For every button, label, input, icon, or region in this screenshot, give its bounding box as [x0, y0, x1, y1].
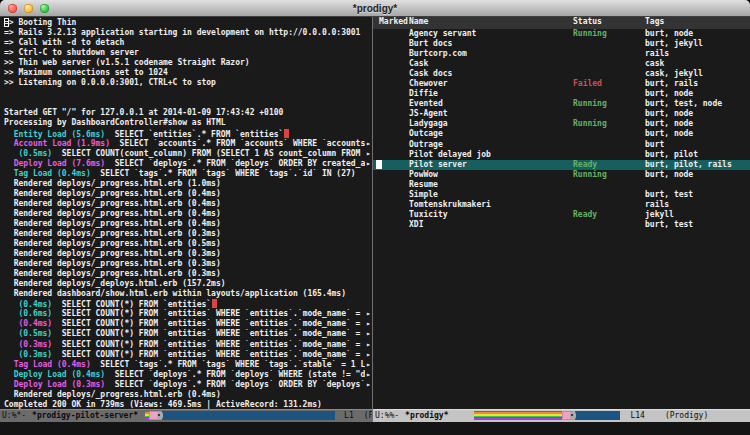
service-status: Ready	[573, 210, 645, 220]
modeline-prodigy: U:%%- *prodigy* L14 (Prodigy)	[373, 409, 750, 422]
service-name: Tuxicity	[409, 210, 573, 220]
marked-cell	[379, 109, 409, 119]
nyan-cat-icon	[562, 411, 575, 420]
service-row[interactable]: Pilot serverReadyburt, pilot, rails	[373, 160, 750, 170]
log-line	[4, 88, 372, 98]
service-status	[573, 200, 645, 210]
service-row[interactable]: JS-Agentburt, node	[373, 109, 750, 119]
service-tags: rails	[645, 49, 750, 59]
nyan-cat-icon	[149, 411, 162, 420]
service-row[interactable]: EventedRunningburt, test, node	[373, 99, 750, 109]
service-row[interactable]: Cask docscask, jekyll	[373, 69, 750, 79]
log-line	[4, 98, 372, 108]
truncation-arrow-icon: ▸	[365, 309, 372, 319]
nyan-rainbow-trail	[474, 411, 562, 420]
nyan-remaining-bar	[575, 411, 620, 420]
service-row[interactable]: Resume	[373, 180, 750, 190]
modeline-server-log: U:%*- *prodigy-pilot-server* L1 (Fundame…	[0, 409, 372, 422]
prodigy-window[interactable]: Marked Name Status Tags Agency servantRu…	[373, 17, 750, 422]
truncation-arrow-icon: ▸	[365, 139, 372, 149]
minibuffer[interactable]	[0, 422, 750, 435]
service-row[interactable]: Burtcorp.comrails	[373, 49, 750, 59]
service-tags: burt, node	[645, 170, 750, 180]
log-line: Rendered deploys/_progress.html.erb (1.0…	[4, 179, 372, 189]
service-row[interactable]: LadygagaRunningburt, node	[373, 119, 750, 129]
active-cursor	[376, 160, 382, 169]
log-line: => Rails 3.2.13 application starting in …	[4, 28, 372, 38]
log-line: (0.6ms) SELECT COUNT(*) FROM `entities` …	[4, 309, 372, 319]
service-status	[573, 89, 645, 99]
marked-cell	[379, 200, 409, 210]
emacs-window: *prodigy* => Booting Thin=> Rails 3.2.13…	[0, 0, 750, 435]
server-log-window[interactable]: => Booting Thin=> Rails 3.2.13 applicati…	[0, 17, 372, 422]
log-line: Rendered dashboard/show.html.erb within …	[4, 289, 372, 299]
service-tags: burt, node	[645, 129, 750, 139]
service-name: Cask docs	[409, 69, 573, 79]
service-status: Running	[573, 29, 645, 39]
service-name: Burtcorp.com	[409, 49, 573, 59]
service-status	[573, 140, 645, 150]
service-status	[573, 180, 645, 190]
log-line: Deploy Load (0.4ms) SELECT `deploys`.* F…	[4, 370, 372, 380]
log-line: Rendered deploys/_progress.html.erb (0.4…	[4, 209, 372, 219]
window-titlebar[interactable]: *prodigy*	[0, 0, 750, 17]
log-line: Rendered deploys/_progress.html.erb (0.3…	[4, 249, 372, 259]
service-tags: burt, rails	[645, 79, 750, 89]
modeline-buffer-name: *prodigy-pilot-server*	[32, 411, 138, 420]
truncation-arrow-icon: ▸	[365, 329, 372, 339]
log-line: => Booting Thin	[4, 18, 372, 28]
service-name: Agency servant	[409, 29, 573, 39]
column-header-marked: Marked	[379, 17, 409, 29]
service-status	[573, 49, 645, 59]
service-name: PowWow	[409, 170, 573, 180]
log-line: Rendered deploys/_progress.html.erb (0.3…	[4, 259, 372, 269]
log-line: Rendered deploys/_progress.html.erb (0.4…	[4, 199, 372, 209]
log-line: Deploy Load (0.3ms) SELECT `deploys`.* F…	[4, 380, 372, 390]
service-name: Ladygaga	[409, 119, 573, 129]
service-row[interactable]: Caskcask	[373, 59, 750, 69]
service-row[interactable]: Simpleburt, test	[373, 190, 750, 200]
service-list: Agency servantRunningburt, nodeBurt docs…	[373, 29, 750, 409]
service-tags: burt, jekyll	[645, 39, 750, 49]
log-line: Entity Load (5.6ms) SELECT `entities`.* …	[4, 129, 372, 139]
service-status	[573, 129, 645, 139]
service-row[interactable]: TuxicityReadyjekyll	[373, 210, 750, 220]
service-row[interactable]: PowWowRunningburt, node	[373, 170, 750, 180]
service-row[interactable]: Burt docsburt, jekyll	[373, 39, 750, 49]
service-row[interactable]: Outrageburt	[373, 140, 750, 150]
service-row[interactable]: Diffieburt, node	[373, 89, 750, 99]
service-status	[573, 150, 645, 160]
service-row[interactable]: Outcageburt, node	[373, 129, 750, 139]
service-name: Pilot server	[409, 160, 573, 170]
service-name: Chewover	[409, 79, 573, 89]
log-line: (0.4ms) SELECT COUNT(*) FROM `entities` …	[4, 319, 372, 329]
marked-cell	[379, 69, 409, 79]
minimize-button[interactable]	[24, 4, 33, 13]
marked-cell	[379, 29, 409, 39]
log-line: (0.3ms) SELECT COUNT(*) FROM `entities` …	[4, 340, 372, 350]
modeline-major-mode: (Fundamen	[364, 411, 372, 420]
close-button[interactable]	[8, 4, 17, 13]
service-tags: burt, pilot	[645, 150, 750, 160]
truncation-arrow-icon: ▸	[365, 319, 372, 329]
service-row[interactable]: XDIburt, test	[373, 220, 750, 230]
service-status: Failed	[573, 79, 645, 89]
log-line: Rendered deploys/_progress.html.erb (0.4…	[4, 219, 372, 229]
ansi-red-block	[212, 299, 217, 308]
log-line: Tag Load (0.4ms) SELECT `tags`.* FROM `t…	[4, 169, 372, 179]
log-line: Processing by DashboardController#show a…	[4, 118, 372, 128]
service-name: XDI	[409, 220, 573, 230]
zoom-button[interactable]	[40, 4, 49, 13]
log-line: Started GET "/" for 127.0.0.1 at 2014-01…	[4, 108, 372, 118]
service-tags: burt, test	[645, 220, 750, 230]
service-row[interactable]: Agency servantRunningburt, node	[373, 29, 750, 39]
service-row[interactable]: Tomtenskrukmakerirails	[373, 200, 750, 210]
log-line: Rendered deploys/_progress.html.erb (0.4…	[4, 390, 372, 400]
service-name: Cask	[409, 59, 573, 69]
service-status	[573, 69, 645, 79]
service-status	[573, 220, 645, 230]
modeline-line-number: L14	[630, 411, 644, 420]
service-tags: jekyll	[645, 210, 750, 220]
service-row[interactable]: ChewoverFailedburt, rails	[373, 79, 750, 89]
service-row[interactable]: Pilot delayed jobburt, pilot	[373, 150, 750, 160]
